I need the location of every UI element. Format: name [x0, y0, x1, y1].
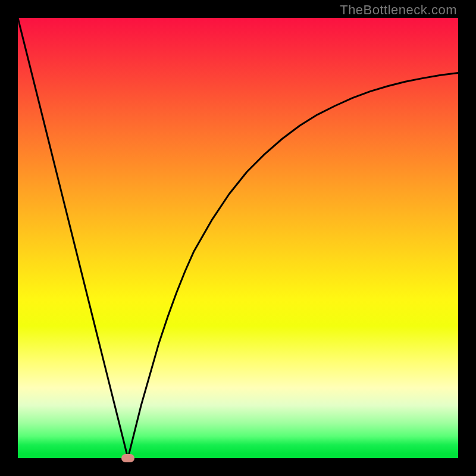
minimum-marker [121, 454, 134, 462]
chart-frame: TheBottleneck.com [0, 0, 476, 476]
chart-curve [18, 18, 458, 458]
watermark-text: TheBottleneck.com [340, 2, 457, 18]
plot-area [18, 18, 458, 458]
